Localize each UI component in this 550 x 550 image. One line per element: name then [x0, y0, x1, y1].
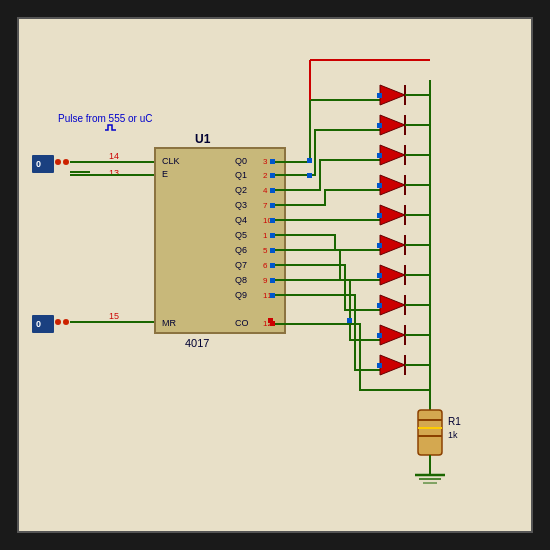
svg-rect-85 [307, 173, 312, 178]
pin-mr-1 [55, 319, 61, 325]
svg-text:Q7: Q7 [235, 260, 247, 270]
node-q2 [270, 188, 275, 193]
svg-text:Q8: Q8 [235, 275, 247, 285]
svg-text:Q5: Q5 [235, 230, 247, 240]
svg-rect-68 [377, 273, 382, 278]
svg-text:Q4: Q4 [235, 215, 247, 225]
node-q7 [270, 263, 275, 268]
svg-text:6: 6 [263, 261, 268, 270]
svg-text:5: 5 [263, 246, 268, 255]
svg-text:7: 7 [263, 201, 268, 210]
svg-text:Q6: Q6 [235, 245, 247, 255]
resistor-label-r1: R1 [448, 416, 461, 427]
pulse-label: Pulse from 555 or uC [58, 113, 153, 124]
svg-rect-52 [377, 153, 382, 158]
node-q1 [270, 173, 275, 178]
node-q0 [270, 159, 275, 164]
node-q8 [270, 278, 275, 283]
pin-mr-2 [63, 319, 69, 325]
svg-rect-60 [377, 213, 382, 218]
svg-rect-64 [377, 243, 382, 248]
node-q5 [270, 233, 275, 238]
pin-clk-1 [55, 159, 61, 165]
chip-label-u1: U1 [195, 132, 211, 146]
node-q3 [270, 203, 275, 208]
svg-rect-76 [377, 333, 382, 338]
node-q4 [270, 218, 275, 223]
svg-rect-56 [377, 183, 382, 188]
svg-text:Q1: Q1 [235, 170, 247, 180]
svg-text:Q2: Q2 [235, 185, 247, 195]
resistor-r1 [418, 410, 442, 455]
svg-text:E: E [162, 169, 168, 179]
node-q6 [270, 248, 275, 253]
svg-text:9: 9 [263, 276, 268, 285]
svg-text:4: 4 [263, 186, 268, 195]
svg-text:Q0: Q0 [235, 156, 247, 166]
resistor-value: 1k [448, 430, 458, 440]
svg-text:2: 2 [263, 171, 268, 180]
svg-text:13: 13 [109, 168, 119, 178]
svg-rect-84 [307, 158, 312, 163]
pin-clk-2 [63, 159, 69, 165]
chip-type: 4017 [185, 337, 209, 349]
svg-rect-82 [268, 318, 273, 323]
svg-text:0: 0 [36, 319, 41, 329]
svg-rect-44 [377, 93, 382, 98]
svg-rect-86 [347, 318, 352, 323]
svg-text:1: 1 [263, 231, 268, 240]
svg-rect-80 [377, 363, 382, 368]
svg-rect-72 [377, 303, 382, 308]
svg-text:CLK: CLK [162, 156, 180, 166]
svg-text:Q3: Q3 [235, 200, 247, 210]
svg-text:0: 0 [36, 159, 41, 169]
svg-text:CO: CO [235, 318, 249, 328]
svg-text:15: 15 [109, 311, 119, 321]
svg-text:3: 3 [263, 157, 268, 166]
svg-text:14: 14 [109, 151, 119, 161]
circuit-diagram: Pulse from 555 or uC 0 0 14 13 15 U1 401… [0, 0, 550, 550]
node-q9 [270, 293, 275, 298]
svg-text:MR: MR [162, 318, 176, 328]
svg-text:Q9: Q9 [235, 290, 247, 300]
svg-rect-48 [377, 123, 382, 128]
